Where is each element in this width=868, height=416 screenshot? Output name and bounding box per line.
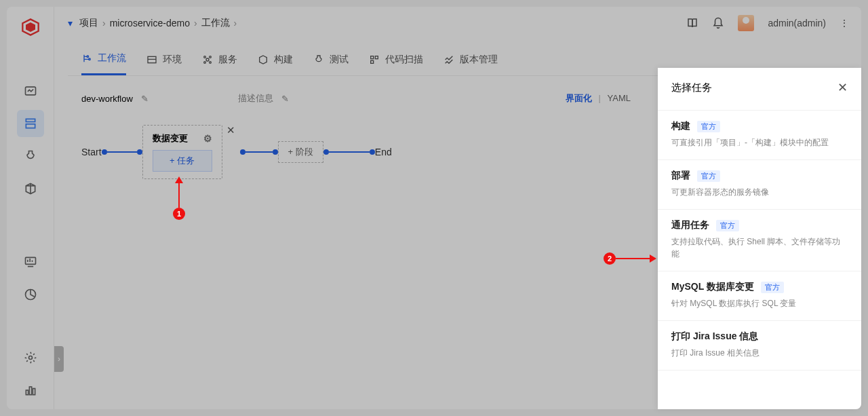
nav-item-6[interactable] xyxy=(17,281,44,308)
breadcrumb-root[interactable]: 项目 xyxy=(79,17,98,29)
nav-item-3[interactable] xyxy=(17,143,44,170)
tab-service[interactable]: 服务 xyxy=(202,43,237,75)
svg-rect-3 xyxy=(26,119,35,121)
task-desc: 可直接引用「项目」-「构建」模块中的配置 xyxy=(671,136,848,149)
close-icon[interactable]: ✕ xyxy=(226,124,235,136)
tab-version[interactable]: 版本管理 xyxy=(443,43,498,75)
tab-workflow[interactable]: 工作流 xyxy=(81,43,126,75)
stage-title: 数据变更 xyxy=(153,132,188,145)
task-title: MySQL 数据库变更 xyxy=(671,281,754,293)
flow-start: Start xyxy=(81,147,102,157)
add-stage-button[interactable]: + 阶段 xyxy=(278,141,323,163)
svg-rect-30 xyxy=(371,60,374,63)
user-display[interactable]: admin(admin) xyxy=(768,18,826,29)
desc-label: 描述信息 xyxy=(238,92,273,105)
callout-arrow-1: 1 xyxy=(173,176,185,220)
tab-build[interactable]: 构建 xyxy=(258,43,293,75)
nav-settings[interactable] xyxy=(17,344,44,371)
nav-stats[interactable] xyxy=(17,377,44,404)
svg-point-14 xyxy=(28,356,32,360)
task-title: 打印 Jira Issue 信息 xyxy=(671,330,758,343)
task-item[interactable]: MySQL 数据库变更官方针对 MySQL 数据库执行 SQL 变量 xyxy=(658,271,861,321)
task-item[interactable]: 打印 Jira Issue 信息打印 Jira Issue 相关信息 xyxy=(658,321,861,371)
close-icon[interactable]: ✕ xyxy=(837,80,848,95)
svg-rect-4 xyxy=(26,124,35,128)
tab-env[interactable]: 环境 xyxy=(146,43,182,75)
task-desc: 支持拉取代码、执行 Shell 脚本、文件存储等功能 xyxy=(671,235,848,260)
nav-item-5[interactable] xyxy=(17,248,44,276)
svg-rect-28 xyxy=(371,56,374,58)
svg-rect-16 xyxy=(29,387,31,395)
tab-scan[interactable]: 代码扫描 xyxy=(369,43,423,75)
task-item[interactable]: 部署官方可更新容器形态的服务镜像 xyxy=(658,160,861,210)
svg-point-18 xyxy=(87,56,89,58)
task-item[interactable]: 通用任务官方支持拉取代码、执行 Shell 脚本、文件存储等功能 xyxy=(658,210,861,271)
official-badge: 官方 xyxy=(761,282,784,293)
official-badge: 官方 xyxy=(697,170,720,182)
svg-point-23 xyxy=(204,56,206,58)
logo-icon xyxy=(21,18,40,37)
task-desc: 针对 MySQL 数据库执行 SQL 变量 xyxy=(671,297,848,309)
panel-title: 选择任务 xyxy=(671,81,712,94)
bell-icon[interactable] xyxy=(712,17,724,29)
gear-icon[interactable]: ⚙ xyxy=(203,133,212,144)
task-title: 构建 xyxy=(671,120,690,132)
svg-rect-29 xyxy=(375,56,378,58)
stage-box[interactable]: 数据变更⚙ ✕ + 任务 xyxy=(142,125,222,179)
mode-ui[interactable]: 界面化 xyxy=(566,93,592,103)
flow-end: End xyxy=(375,147,392,157)
official-badge: 官方 xyxy=(697,121,720,132)
sidebar xyxy=(7,7,54,409)
svg-marker-27 xyxy=(260,56,267,64)
callout-marker-2: 2 xyxy=(604,252,616,265)
nav-item-4[interactable] xyxy=(17,175,44,202)
svg-point-25 xyxy=(204,61,206,63)
book-icon[interactable] xyxy=(686,17,698,29)
avatar[interactable] xyxy=(738,15,754,31)
breadcrumb-project[interactable]: microservice-demo xyxy=(110,18,190,29)
svg-marker-1 xyxy=(26,22,35,32)
sidebar-collapse-handle[interactable]: › xyxy=(54,346,64,372)
menu-dots-icon[interactable]: ⋮ xyxy=(840,18,848,29)
header: ▾ 项目 › microservice-demo › 工作流 › admin(a… xyxy=(54,7,861,39)
callout-arrow-2: 2 xyxy=(604,252,656,265)
svg-rect-17 xyxy=(33,389,35,395)
breadcrumb-section[interactable]: 工作流 xyxy=(201,17,230,29)
edit-desc-icon[interactable]: ✎ xyxy=(281,94,289,104)
task-panel: 选择任务 ✕ 构建官方可直接引用「项目」-「构建」模块中的配置部署官方可更新容器… xyxy=(658,68,861,409)
workflow-name: dev-workflow xyxy=(81,94,133,104)
callout-marker-1: 1 xyxy=(173,208,185,220)
svg-point-24 xyxy=(210,56,212,58)
task-item[interactable]: 构建官方可直接引用「项目」-「构建」模块中的配置 xyxy=(658,110,861,160)
official-badge: 官方 xyxy=(716,220,739,231)
svg-point-26 xyxy=(210,61,212,63)
task-title: 部署 xyxy=(671,170,690,182)
mode-yaml[interactable]: YAML xyxy=(608,93,631,103)
task-desc: 可更新容器形态的服务镜像 xyxy=(671,186,848,198)
nav-item-1[interactable] xyxy=(17,77,44,105)
svg-point-22 xyxy=(206,58,209,61)
svg-rect-15 xyxy=(26,390,28,395)
task-desc: 打印 Jira Issue 相关信息 xyxy=(671,347,848,359)
nav-item-2[interactable] xyxy=(17,110,44,137)
edit-name-icon[interactable]: ✎ xyxy=(141,94,149,104)
tab-test[interactable]: 测试 xyxy=(313,43,349,75)
add-task-button[interactable]: + 任务 xyxy=(153,150,212,172)
task-title: 通用任务 xyxy=(671,219,709,231)
breadcrumb-dropdown-icon[interactable]: ▾ xyxy=(68,18,73,29)
